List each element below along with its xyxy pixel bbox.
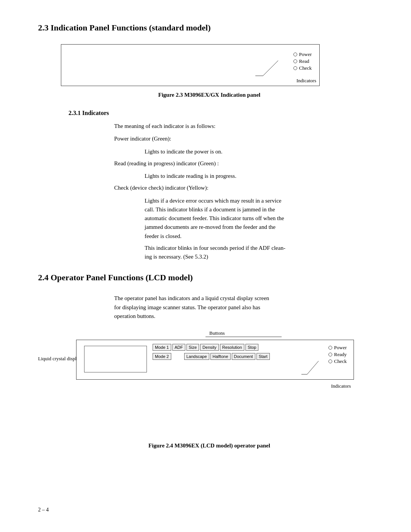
resolution-button[interactable]: Resolution <box>220 344 244 351</box>
figure-23-connector-svg <box>255 61 301 83</box>
check24-label: Check <box>334 358 347 364</box>
section-23-title: 2.3 Indication Panel Functions (standard… <box>38 23 381 33</box>
section-24-title: 2.4 Operator Panel Functions (LCD model) <box>38 273 381 283</box>
section-24-intro: The operator panel has indicators and a … <box>114 294 381 321</box>
document-button[interactable]: Document <box>232 353 255 360</box>
button-row-1: Mode 1 ADF Size Density Resolution Stop <box>153 344 301 351</box>
figure-23-caption: Figure 2.3 M3096EX/GX Indication panel <box>38 92 381 98</box>
figure-24-connector-svg <box>303 361 334 382</box>
mode1-button[interactable]: Mode 1 <box>153 344 171 351</box>
read-indicator-heading: Read (reading in progress) indicator (Gr… <box>114 159 381 168</box>
indicators-intro: The meaning of each indicator is as foll… <box>114 122 381 131</box>
ready24-dot <box>328 353 332 356</box>
svg-line-3 <box>307 361 319 374</box>
check-indicator-text: Lights if a device error occurs which ma… <box>145 197 381 241</box>
power24-label: Power <box>334 345 347 351</box>
landscape-button[interactable]: Landscape <box>184 353 209 360</box>
check-indicator-heading: Check (device check) indicator (Yellow): <box>114 184 381 192</box>
buttons-label: Buttons <box>209 330 225 336</box>
figure-23-indicators-label: Indicators <box>296 78 316 84</box>
buttons-overline <box>206 337 282 337</box>
button-row-2: Mode 2 Landscape Halftone Document Start <box>153 353 301 360</box>
buttons-area: Mode 1 ADF Size Density Resolution Stop … <box>153 344 301 362</box>
size-button[interactable]: Size <box>186 344 199 351</box>
check-indicator-text2: This indicator blinks in four seconds pe… <box>145 244 381 262</box>
figure-24-caption: Figure 2.4 M3096EX (LCD model) operator … <box>38 443 381 449</box>
mode2-button[interactable]: Mode 2 <box>153 353 171 360</box>
figure-24-box: Mode 1 ADF Size Density Resolution Stop … <box>76 340 354 380</box>
density-button[interactable]: Density <box>200 344 219 351</box>
ready24-label: Ready <box>334 351 347 358</box>
start-button[interactable]: Start <box>256 353 270 360</box>
page-number: 2 – 4 <box>38 507 49 513</box>
stop-button[interactable]: Stop <box>245 344 259 351</box>
subsection-231-title: 2.3.1 Indicators <box>68 110 381 117</box>
power-indicator-desc: Lights to indicate the power is on. <box>145 147 381 156</box>
lcd-screen <box>84 346 147 372</box>
read-indicator-desc: Lights to indicate reading is in progres… <box>145 172 381 181</box>
figure-23-box: Power Read Check Indicators <box>61 44 320 86</box>
power-indicator-heading: Power indicator (Green): <box>114 134 381 143</box>
adf-button[interactable]: ADF <box>172 344 185 351</box>
halftone-button[interactable]: Halftone <box>210 353 231 360</box>
svg-line-0 <box>263 61 278 76</box>
power24-dot <box>328 346 332 350</box>
figure-24-indicators-label: Indicators <box>331 383 351 389</box>
power-indicator-dot <box>293 53 297 56</box>
power-indicator-label: Power <box>299 51 312 58</box>
